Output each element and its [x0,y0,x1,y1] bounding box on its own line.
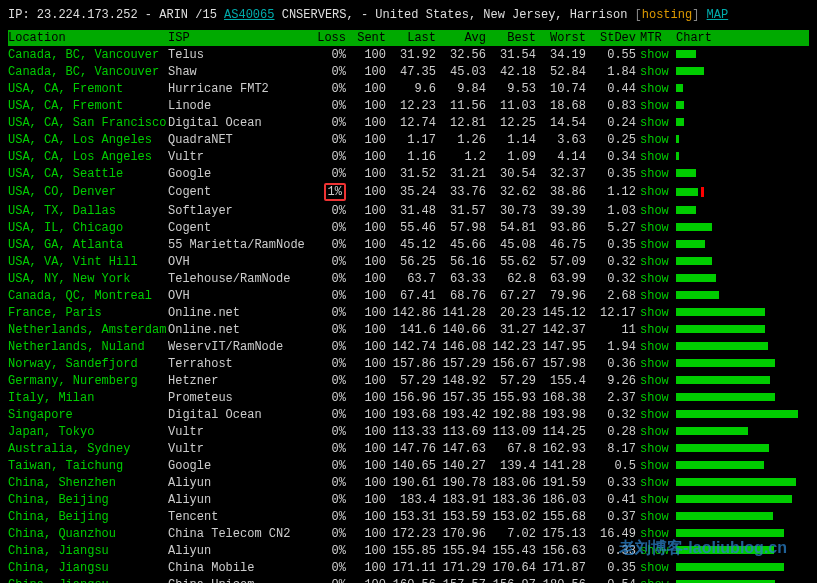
table-row: Italy, MilanPrometeus0%100156.96157.3515… [8,389,809,406]
cell-stdev: 0.32 [590,253,640,270]
chart-bar [676,97,809,114]
cell-loss: 0% [308,406,352,423]
cell-stdev: 1.94 [590,338,640,355]
mtr-show-link[interactable]: show [640,474,676,491]
cell-location: China, Jiangsu [8,542,168,559]
cell-avg: 113.69 [440,423,490,440]
mtr-show-link[interactable]: show [640,457,676,474]
cell-avg: 68.76 [440,287,490,304]
chart-bar [676,474,809,491]
cell-isp: Softlayer [168,202,308,219]
mtr-show-link[interactable]: show [640,338,676,355]
chart-bar [676,114,809,131]
mtr-show-link[interactable]: show [640,114,676,131]
cell-sent: 100 [352,474,390,491]
mtr-show-link[interactable]: show [640,440,676,457]
mtr-show-link[interactable]: show [640,131,676,148]
chart-bar [676,304,809,321]
cell-isp: Online.net [168,321,308,338]
cell-stdev: 1.03 [590,202,640,219]
mtr-show-link[interactable]: show [640,542,676,559]
mtr-show-link[interactable]: show [640,389,676,406]
cell-isp: Hetzner [168,372,308,389]
col-sent: Sent [352,30,390,46]
cell-avg: 183.91 [440,491,490,508]
chart-bar [676,270,809,287]
cell-isp: Online.net [168,304,308,321]
table-row: Canada, QC, MontrealOVH0%10067.4168.7667… [8,287,809,304]
cell-avg: 1.26 [440,131,490,148]
mtr-show-link[interactable]: show [640,63,676,80]
cell-last: 56.25 [390,253,440,270]
mtr-show-link[interactable]: show [640,253,676,270]
cell-location: Japan, Tokyo [8,423,168,440]
mtr-show-link[interactable]: show [640,423,676,440]
mtr-show-link[interactable]: show [640,270,676,287]
cell-loss: 0% [308,440,352,457]
cell-location: China, Shenzhen [8,474,168,491]
cell-best: 9.53 [490,80,540,97]
cell-loss: 0% [308,389,352,406]
table-row: Japan, TokyoVultr0%100113.33113.69113.09… [8,423,809,440]
mtr-show-link[interactable]: show [640,148,676,165]
mtr-show-link[interactable]: show [640,236,676,253]
cell-stdev: 11 [590,321,640,338]
cell-last: 142.86 [390,304,440,321]
cell-worst: 145.12 [540,304,590,321]
mtr-show-link[interactable]: show [640,304,676,321]
cell-last: 147.76 [390,440,440,457]
cell-last: 171.11 [390,559,440,576]
cell-worst: 186.03 [540,491,590,508]
mtr-show-link[interactable]: show [640,525,676,542]
mtr-show-link[interactable]: show [640,80,676,97]
mtr-show-link[interactable]: show [640,508,676,525]
cell-last: 31.92 [390,46,440,63]
mtr-show-link[interactable]: show [640,406,676,423]
cell-location: China, Beijing [8,491,168,508]
map-link[interactable]: MAP [707,8,729,22]
cell-best: 7.02 [490,525,540,542]
cell-stdev: 0.83 [590,97,640,114]
cell-loss: 0% [308,559,352,576]
table-row: China, JiangsuAliyun0%100155.85155.94155… [8,542,809,559]
chart-bar [676,576,809,583]
cell-sent: 100 [352,236,390,253]
mtr-show-link[interactable]: show [640,46,676,63]
cell-avg: 146.08 [440,338,490,355]
cell-worst: 52.84 [540,63,590,80]
mtr-show-link[interactable]: show [640,559,676,576]
cell-isp: China Telecom CN2 [168,525,308,542]
asn-link[interactable]: AS40065 [224,8,274,22]
mtr-show-link[interactable]: show [640,287,676,304]
cell-loss: 0% [308,270,352,287]
cell-avg: 153.59 [440,508,490,525]
mtr-show-link[interactable]: show [640,165,676,182]
cell-last: 35.24 [390,182,440,202]
cell-worst: 34.19 [540,46,590,63]
chart-bar [676,440,809,457]
cell-last: 47.35 [390,63,440,80]
mtr-show-link[interactable]: show [640,491,676,508]
mtr-show-link[interactable]: show [640,97,676,114]
chart-bar [676,236,809,253]
mtr-show-link[interactable]: show [640,576,676,583]
cell-sent: 100 [352,559,390,576]
cell-worst: 93.86 [540,219,590,236]
cell-avg: 9.84 [440,80,490,97]
table-row: USA, CA, SeattleGoogle0%10031.5231.2130.… [8,165,809,182]
cell-loss: 0% [308,80,352,97]
mtr-show-link[interactable]: show [640,355,676,372]
cell-avg: 11.56 [440,97,490,114]
mtr-show-link[interactable]: show [640,372,676,389]
mtr-show-link[interactable]: show [640,219,676,236]
cell-stdev: 5.27 [590,219,640,236]
cell-location: USA, GA, Atlanta [8,236,168,253]
cell-isp: Aliyun [168,542,308,559]
cell-worst: 14.54 [540,114,590,131]
cell-isp: Linode [168,97,308,114]
mtr-show-link[interactable]: show [640,202,676,219]
cell-last: 160.56 [390,576,440,583]
cell-stdev: 0.37 [590,508,640,525]
mtr-show-link[interactable]: show [640,321,676,338]
mtr-show-link[interactable]: show [640,182,676,202]
